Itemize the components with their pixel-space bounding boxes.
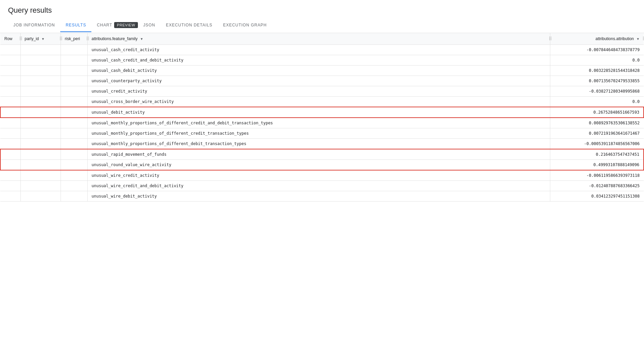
cell-attribution: 0.034123297451151308 bbox=[550, 191, 644, 202]
cell-party-id bbox=[20, 55, 61, 66]
results-table: Row ⠿ party_id ▼ ⠿ risk_peri ⠿ attributi… bbox=[0, 33, 644, 202]
cell-attribution: 0.0089297635306138552 bbox=[550, 118, 644, 128]
cell-party-id bbox=[20, 76, 61, 86]
cell-party-id bbox=[20, 139, 61, 149]
table-row: unusual_wire_credit_and_debit_activity-0… bbox=[0, 181, 644, 191]
table-row: unusual_round_value_wire_activity0.49993… bbox=[0, 160, 644, 170]
table-header-row: Row ⠿ party_id ▼ ⠿ risk_peri ⠿ attributi… bbox=[0, 33, 644, 45]
cell-risk-peri bbox=[61, 160, 87, 170]
cell-row-num bbox=[0, 191, 20, 202]
cell-row-num bbox=[0, 55, 20, 66]
cell-attribution: -0.00053911874856567006 bbox=[550, 139, 644, 149]
cell-party-id bbox=[20, 149, 61, 160]
cell-party-id bbox=[20, 118, 61, 128]
cell-risk-peri bbox=[61, 55, 87, 66]
table-body: unusual_cash_credit_activity-0.007844648… bbox=[0, 45, 644, 202]
cell-feature-family: unusual_rapid_movement_of_funds bbox=[87, 149, 550, 160]
cell-feature-family: unusual_counterparty_activity bbox=[87, 76, 550, 86]
tab-chart-preview[interactable]: CHART PREVIEW bbox=[91, 18, 138, 33]
table-container: Row ⠿ party_id ▼ ⠿ risk_peri ⠿ attributi… bbox=[0, 33, 644, 202]
cell-risk-peri bbox=[61, 107, 87, 118]
tab-results[interactable]: RESULTS bbox=[60, 19, 91, 32]
cell-party-id bbox=[20, 45, 61, 55]
tab-execution-details[interactable]: EXECUTION DETAILS bbox=[161, 19, 218, 32]
cell-feature-family: unusual_round_value_wire_activity bbox=[87, 160, 550, 170]
table-row: unusual_cash_credit_and_debit_activity0.… bbox=[0, 55, 644, 66]
tab-job-information[interactable]: JOB INFORMATION bbox=[8, 19, 60, 32]
cell-feature-family: unusual_cash_debit_activity bbox=[87, 66, 550, 76]
cell-party-id bbox=[20, 128, 61, 139]
cell-row-num bbox=[0, 66, 20, 76]
resize-handle-row[interactable]: ⠿ bbox=[19, 33, 20, 44]
cell-row-num bbox=[0, 181, 20, 191]
table-row: unusual_wire_credit_activity-0.006119586… bbox=[0, 170, 644, 181]
cell-row-num bbox=[0, 170, 20, 181]
sort-icon-feature[interactable]: ▼ bbox=[140, 37, 143, 41]
chart-tab-label: CHART bbox=[97, 23, 112, 27]
cell-feature-family: unusual_cash_credit_activity bbox=[87, 45, 550, 55]
cell-risk-peri bbox=[61, 139, 87, 149]
cell-risk-peri bbox=[61, 66, 87, 76]
col-header-attribution: attributions.attribution ▼ ⠿ bbox=[550, 33, 644, 45]
cell-feature-family: unusual_monthly_proportions_of_different… bbox=[87, 118, 550, 128]
cell-attribution: 0.0072191963641671467 bbox=[550, 128, 644, 139]
cell-party-id bbox=[20, 181, 61, 191]
cell-risk-peri bbox=[61, 86, 87, 97]
table-row: unusual_monthly_proportions_of_different… bbox=[0, 139, 644, 149]
cell-party-id bbox=[20, 86, 61, 97]
cell-risk-peri bbox=[61, 118, 87, 128]
cell-attribution: 0.2164637547437451 bbox=[550, 149, 644, 160]
cell-row-num bbox=[0, 128, 20, 139]
cell-attribution: -0.038271280340995868 bbox=[550, 86, 644, 97]
cell-attribution: 0.49993107888149096 bbox=[550, 160, 644, 170]
cell-party-id bbox=[20, 66, 61, 76]
cell-feature-family: unusual_wire_credit_and_debit_activity bbox=[87, 181, 550, 191]
resize-handle-feature[interactable]: ⠿ bbox=[549, 33, 550, 44]
cell-party-id bbox=[20, 160, 61, 170]
cell-risk-peri bbox=[61, 97, 87, 107]
tab-json[interactable]: JSON bbox=[138, 19, 161, 32]
cell-feature-family: unusual_credit_activity bbox=[87, 86, 550, 97]
table-row: unusual_monthly_proportions_of_different… bbox=[0, 118, 644, 128]
cell-risk-peri bbox=[61, 181, 87, 191]
cell-feature-family: unusual_wire_credit_activity bbox=[87, 170, 550, 181]
tab-execution-graph[interactable]: EXECUTION GRAPH bbox=[218, 19, 272, 32]
resize-handle-attribution[interactable]: ⠿ bbox=[642, 33, 644, 44]
sort-icon-party[interactable]: ▼ bbox=[42, 37, 45, 41]
table-row: unusual_wire_debit_activity0.03412329745… bbox=[0, 191, 644, 202]
cell-attribution: -0.0061195866393973118 bbox=[550, 170, 644, 181]
resize-handle-risk[interactable]: ⠿ bbox=[86, 33, 87, 44]
cell-risk-peri bbox=[61, 149, 87, 160]
cell-row-num bbox=[0, 97, 20, 107]
cell-attribution: -0.012407887683366425 bbox=[550, 181, 644, 191]
col-header-party-id: party_id ▼ ⠿ bbox=[20, 33, 61, 45]
col-header-feature-family: attributions.feature_family ▼ ⠿ bbox=[87, 33, 550, 45]
cell-feature-family: unusual_monthly_proportions_of_different… bbox=[87, 139, 550, 149]
cell-attribution: 0.0071356702479533855 bbox=[550, 76, 644, 86]
cell-risk-peri bbox=[61, 128, 87, 139]
table-row: unusual_counterparty_activity0.007135670… bbox=[0, 76, 644, 86]
cell-party-id bbox=[20, 97, 61, 107]
page-title: Query results bbox=[0, 0, 644, 18]
cell-attribution: 0.0 bbox=[550, 55, 644, 66]
cell-feature-family: unusual_monthly_proportions_of_different… bbox=[87, 128, 550, 139]
table-row: unusual_debit_activity0.2675284865166759… bbox=[0, 107, 644, 118]
cell-risk-peri bbox=[61, 170, 87, 181]
cell-party-id bbox=[20, 107, 61, 118]
table-row: unusual_cross_border_wire_activity0.0 bbox=[0, 97, 644, 107]
cell-feature-family: unusual_wire_debit_activity bbox=[87, 191, 550, 202]
cell-party-id bbox=[20, 191, 61, 202]
table-row: unusual_monthly_proportions_of_different… bbox=[0, 128, 644, 139]
sort-icon-attribution[interactable]: ▼ bbox=[636, 37, 640, 41]
cell-row-num bbox=[0, 118, 20, 128]
tabs-bar: JOB INFORMATION RESULTS CHART PREVIEW JS… bbox=[0, 18, 644, 33]
table-row: unusual_cash_credit_activity-0.007844648… bbox=[0, 45, 644, 55]
table-row: unusual_rapid_movement_of_funds0.2164637… bbox=[0, 149, 644, 160]
cell-row-num bbox=[0, 76, 20, 86]
resize-handle-party[interactable]: ⠿ bbox=[59, 33, 61, 44]
cell-feature-family: unusual_debit_activity bbox=[87, 107, 550, 118]
cell-risk-peri bbox=[61, 191, 87, 202]
cell-row-num bbox=[0, 107, 20, 118]
cell-attribution: 0.0032285281544318428 bbox=[550, 66, 644, 76]
cell-feature-family: unusual_cash_credit_and_debit_activity bbox=[87, 55, 550, 66]
